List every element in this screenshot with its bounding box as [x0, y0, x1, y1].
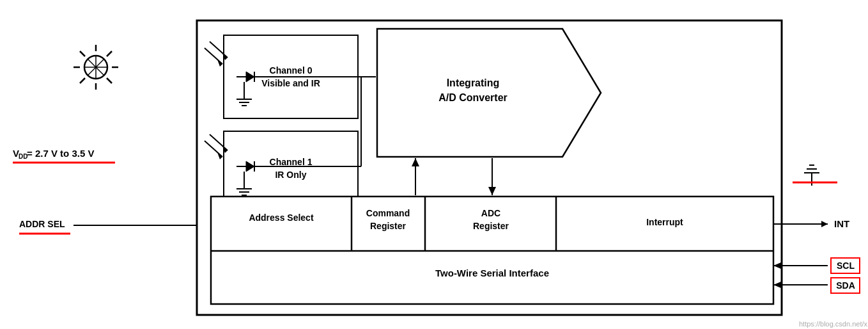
svg-text:ADC: ADC	[481, 208, 500, 218]
sun-icon	[74, 45, 118, 90]
diagram-container: V DD = 2.7 V to 3.5 V ADDR SEL Channel 0…	[0, 6, 868, 329]
svg-text:= 2.7 V to 3.5 V: = 2.7 V to 3.5 V	[27, 148, 94, 159]
svg-line-5	[107, 51, 112, 56]
svg-text:Two-Wire Serial Interface: Two-Wire Serial Interface	[435, 268, 549, 278]
svg-text:Integrating: Integrating	[447, 77, 500, 88]
svg-text:Interrupt: Interrupt	[646, 217, 683, 227]
svg-text:SDA: SDA	[836, 280, 855, 291]
svg-text:Channel 0: Channel 0	[270, 65, 313, 76]
svg-line-4	[80, 51, 85, 56]
diagram-svg: V DD = 2.7 V to 3.5 V ADDR SEL Channel 0…	[0, 6, 868, 329]
svg-text:Address Select: Address Select	[249, 213, 313, 223]
svg-text:A/D Converter: A/D Converter	[438, 92, 508, 103]
svg-line-6	[80, 78, 85, 83]
svg-text:Register: Register	[473, 221, 509, 231]
svg-text:SCL: SCL	[837, 261, 855, 271]
svg-text:Register: Register	[370, 221, 407, 231]
svg-text:Command: Command	[366, 208, 410, 218]
addr-sel-text: ADDR SEL	[19, 219, 65, 229]
svg-text:INT: INT	[834, 218, 849, 229]
svg-text:IR Only: IR Only	[275, 170, 306, 180]
svg-text:Visible and IR: Visible and IR	[261, 78, 320, 88]
svg-line-7	[107, 78, 112, 83]
svg-text:Channel 1: Channel 1	[270, 157, 313, 167]
svg-marker-73	[821, 221, 828, 227]
svg-text:https://blog.csdn.net/x1131230: https://blog.csdn.net/x1131230123	[799, 320, 868, 328]
